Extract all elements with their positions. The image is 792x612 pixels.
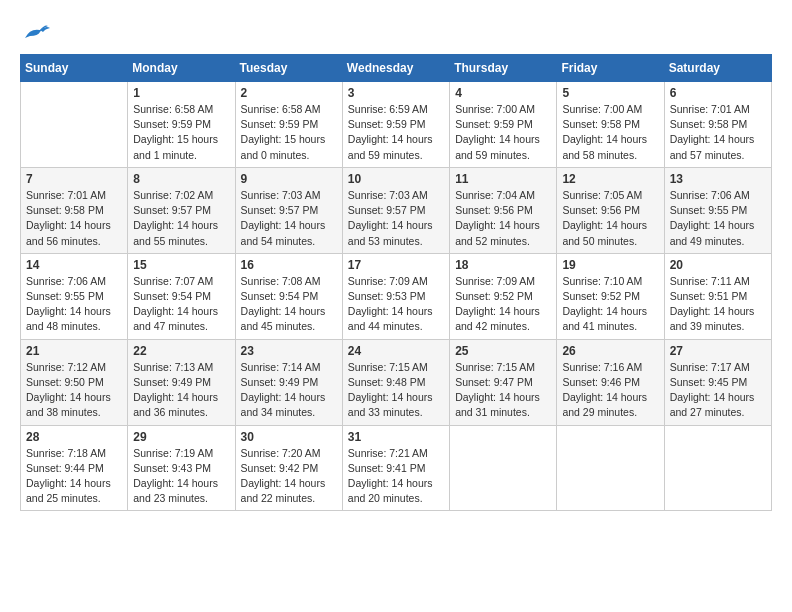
day-number: 8 (133, 172, 229, 186)
day-number: 30 (241, 430, 337, 444)
day-number: 2 (241, 86, 337, 100)
calendar-cell: 19Sunrise: 7:10 AMSunset: 9:52 PMDayligh… (557, 253, 664, 339)
day-info: Sunrise: 7:02 AMSunset: 9:57 PMDaylight:… (133, 188, 229, 249)
day-number: 4 (455, 86, 551, 100)
calendar-cell: 28Sunrise: 7:18 AMSunset: 9:44 PMDayligh… (21, 425, 128, 511)
calendar-cell: 12Sunrise: 7:05 AMSunset: 9:56 PMDayligh… (557, 167, 664, 253)
day-number: 23 (241, 344, 337, 358)
day-info: Sunrise: 6:58 AMSunset: 9:59 PMDaylight:… (133, 102, 229, 163)
calendar-cell: 15Sunrise: 7:07 AMSunset: 9:54 PMDayligh… (128, 253, 235, 339)
calendar-cell: 25Sunrise: 7:15 AMSunset: 9:47 PMDayligh… (450, 339, 557, 425)
day-number: 10 (348, 172, 444, 186)
weekday-header: Saturday (664, 55, 771, 82)
page-header (20, 20, 772, 44)
weekday-header: Friday (557, 55, 664, 82)
day-number: 21 (26, 344, 122, 358)
calendar-cell: 6Sunrise: 7:01 AMSunset: 9:58 PMDaylight… (664, 82, 771, 168)
calendar-cell: 26Sunrise: 7:16 AMSunset: 9:46 PMDayligh… (557, 339, 664, 425)
calendar-week-row: 14Sunrise: 7:06 AMSunset: 9:55 PMDayligh… (21, 253, 772, 339)
day-number: 9 (241, 172, 337, 186)
day-number: 28 (26, 430, 122, 444)
calendar-cell: 24Sunrise: 7:15 AMSunset: 9:48 PMDayligh… (342, 339, 449, 425)
day-number: 11 (455, 172, 551, 186)
calendar-cell: 27Sunrise: 7:17 AMSunset: 9:45 PMDayligh… (664, 339, 771, 425)
calendar-cell: 9Sunrise: 7:03 AMSunset: 9:57 PMDaylight… (235, 167, 342, 253)
calendar-header-row: SundayMondayTuesdayWednesdayThursdayFrid… (21, 55, 772, 82)
day-number: 18 (455, 258, 551, 272)
day-number: 14 (26, 258, 122, 272)
day-number: 24 (348, 344, 444, 358)
weekday-header: Monday (128, 55, 235, 82)
calendar-cell (450, 425, 557, 511)
day-info: Sunrise: 7:00 AMSunset: 9:59 PMDaylight:… (455, 102, 551, 163)
calendar-cell: 18Sunrise: 7:09 AMSunset: 9:52 PMDayligh… (450, 253, 557, 339)
day-number: 1 (133, 86, 229, 100)
calendar-cell: 17Sunrise: 7:09 AMSunset: 9:53 PMDayligh… (342, 253, 449, 339)
calendar-cell: 4Sunrise: 7:00 AMSunset: 9:59 PMDaylight… (450, 82, 557, 168)
day-number: 13 (670, 172, 766, 186)
day-info: Sunrise: 7:06 AMSunset: 9:55 PMDaylight:… (670, 188, 766, 249)
day-info: Sunrise: 6:58 AMSunset: 9:59 PMDaylight:… (241, 102, 337, 163)
weekday-header: Sunday (21, 55, 128, 82)
day-info: Sunrise: 7:05 AMSunset: 9:56 PMDaylight:… (562, 188, 658, 249)
day-number: 19 (562, 258, 658, 272)
day-info: Sunrise: 6:59 AMSunset: 9:59 PMDaylight:… (348, 102, 444, 163)
weekday-header: Thursday (450, 55, 557, 82)
day-number: 26 (562, 344, 658, 358)
day-number: 25 (455, 344, 551, 358)
day-number: 27 (670, 344, 766, 358)
calendar-cell: 22Sunrise: 7:13 AMSunset: 9:49 PMDayligh… (128, 339, 235, 425)
day-number: 6 (670, 86, 766, 100)
calendar-cell: 1Sunrise: 6:58 AMSunset: 9:59 PMDaylight… (128, 82, 235, 168)
calendar-week-row: 7Sunrise: 7:01 AMSunset: 9:58 PMDaylight… (21, 167, 772, 253)
calendar-cell: 5Sunrise: 7:00 AMSunset: 9:58 PMDaylight… (557, 82, 664, 168)
day-info: Sunrise: 7:10 AMSunset: 9:52 PMDaylight:… (562, 274, 658, 335)
calendar-cell: 3Sunrise: 6:59 AMSunset: 9:59 PMDaylight… (342, 82, 449, 168)
day-info: Sunrise: 7:19 AMSunset: 9:43 PMDaylight:… (133, 446, 229, 507)
day-number: 17 (348, 258, 444, 272)
day-info: Sunrise: 7:06 AMSunset: 9:55 PMDaylight:… (26, 274, 122, 335)
calendar-week-row: 21Sunrise: 7:12 AMSunset: 9:50 PMDayligh… (21, 339, 772, 425)
day-info: Sunrise: 7:01 AMSunset: 9:58 PMDaylight:… (26, 188, 122, 249)
day-info: Sunrise: 7:16 AMSunset: 9:46 PMDaylight:… (562, 360, 658, 421)
day-number: 3 (348, 86, 444, 100)
calendar-cell (557, 425, 664, 511)
day-info: Sunrise: 7:20 AMSunset: 9:42 PMDaylight:… (241, 446, 337, 507)
calendar-cell: 16Sunrise: 7:08 AMSunset: 9:54 PMDayligh… (235, 253, 342, 339)
calendar-cell: 31Sunrise: 7:21 AMSunset: 9:41 PMDayligh… (342, 425, 449, 511)
day-number: 7 (26, 172, 122, 186)
day-info: Sunrise: 7:21 AMSunset: 9:41 PMDaylight:… (348, 446, 444, 507)
calendar-cell: 23Sunrise: 7:14 AMSunset: 9:49 PMDayligh… (235, 339, 342, 425)
day-number: 16 (241, 258, 337, 272)
day-info: Sunrise: 7:01 AMSunset: 9:58 PMDaylight:… (670, 102, 766, 163)
day-info: Sunrise: 7:15 AMSunset: 9:48 PMDaylight:… (348, 360, 444, 421)
calendar-week-row: 1Sunrise: 6:58 AMSunset: 9:59 PMDaylight… (21, 82, 772, 168)
logo-icon (20, 20, 50, 44)
day-info: Sunrise: 7:13 AMSunset: 9:49 PMDaylight:… (133, 360, 229, 421)
calendar-cell: 30Sunrise: 7:20 AMSunset: 9:42 PMDayligh… (235, 425, 342, 511)
day-info: Sunrise: 7:17 AMSunset: 9:45 PMDaylight:… (670, 360, 766, 421)
calendar-cell: 20Sunrise: 7:11 AMSunset: 9:51 PMDayligh… (664, 253, 771, 339)
day-info: Sunrise: 7:03 AMSunset: 9:57 PMDaylight:… (241, 188, 337, 249)
calendar-cell: 2Sunrise: 6:58 AMSunset: 9:59 PMDaylight… (235, 82, 342, 168)
day-info: Sunrise: 7:09 AMSunset: 9:52 PMDaylight:… (455, 274, 551, 335)
weekday-header: Wednesday (342, 55, 449, 82)
day-number: 22 (133, 344, 229, 358)
calendar-cell: 21Sunrise: 7:12 AMSunset: 9:50 PMDayligh… (21, 339, 128, 425)
day-number: 31 (348, 430, 444, 444)
day-info: Sunrise: 7:11 AMSunset: 9:51 PMDaylight:… (670, 274, 766, 335)
calendar-table: SundayMondayTuesdayWednesdayThursdayFrid… (20, 54, 772, 511)
day-number: 29 (133, 430, 229, 444)
day-info: Sunrise: 7:03 AMSunset: 9:57 PMDaylight:… (348, 188, 444, 249)
calendar-cell: 7Sunrise: 7:01 AMSunset: 9:58 PMDaylight… (21, 167, 128, 253)
day-info: Sunrise: 7:04 AMSunset: 9:56 PMDaylight:… (455, 188, 551, 249)
day-number: 5 (562, 86, 658, 100)
day-info: Sunrise: 7:14 AMSunset: 9:49 PMDaylight:… (241, 360, 337, 421)
calendar-cell (664, 425, 771, 511)
calendar-cell: 14Sunrise: 7:06 AMSunset: 9:55 PMDayligh… (21, 253, 128, 339)
calendar-cell: 11Sunrise: 7:04 AMSunset: 9:56 PMDayligh… (450, 167, 557, 253)
calendar-week-row: 28Sunrise: 7:18 AMSunset: 9:44 PMDayligh… (21, 425, 772, 511)
day-info: Sunrise: 7:09 AMSunset: 9:53 PMDaylight:… (348, 274, 444, 335)
calendar-cell: 29Sunrise: 7:19 AMSunset: 9:43 PMDayligh… (128, 425, 235, 511)
day-number: 12 (562, 172, 658, 186)
